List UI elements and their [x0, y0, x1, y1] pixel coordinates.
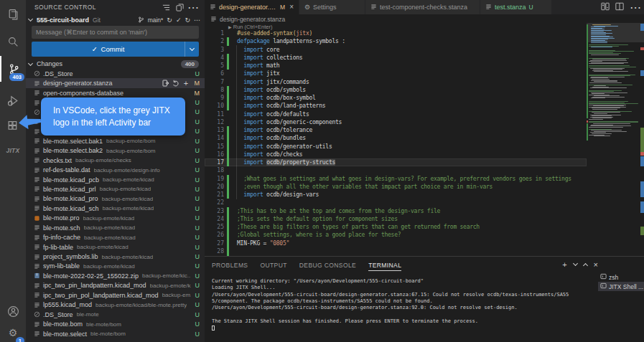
close-panel-icon[interactable]: ×: [594, 260, 598, 269]
stage-changes-icon[interactable]: +: [182, 80, 190, 87]
code-line[interactable]: 9 import ocdb/box-symbol: [205, 94, 587, 102]
terminal-output[interactable]: Current working directory: "/Users/ayon/…: [212, 278, 597, 342]
minimap[interactable]: [587, 14, 644, 256]
maximize-panel-icon[interactable]: [583, 263, 588, 268]
file-row[interactable]: lp555.kicad_modbackup-emote/kicad/ble-mo…: [26, 300, 205, 310]
jitx-logo-icon[interactable]: JITX: [0, 138, 26, 163]
repo-collapse-chevron-icon[interactable]: [28, 16, 33, 22]
file-row[interactable]: ble-mote.bomble-mote/bomU: [26, 319, 205, 328]
discard-changes-icon[interactable]: [172, 80, 180, 87]
code-line[interactable]: 14 import ocdb/bundles: [205, 134, 587, 142]
code-line[interactable]: 16 import ocdb/checks: [205, 151, 587, 158]
code-line[interactable]: 26;Global settings, where is a good plac…: [205, 231, 587, 239]
panel-tab-problems[interactable]: PROBLEMS: [212, 260, 248, 271]
stanza-file-icon: [33, 234, 40, 241]
file-row[interactable]: .DS_Storeble-moteU: [26, 310, 205, 319]
view-as-tree-icon[interactable]: [160, 1, 172, 13]
run-debug-icon[interactable]: [0, 87, 26, 113]
panel-tab-terminal[interactable]: TERMINAL: [368, 260, 401, 271]
file-row[interactable]: ble-mote.kicad_prlbackup-emote/kicadU: [26, 184, 205, 194]
code-line[interactable]: 2defpackage landpatterns-symbols :: [205, 37, 587, 45]
code-line[interactable]: 8 import ocdb/symbols: [205, 86, 587, 94]
code-line[interactable]: 28: [205, 247, 587, 255]
file-row[interactable]: ipc_two_pin_pol_landpattern.kicad_modbac…: [26, 290, 205, 300]
sync-icon[interactable]: ↻: [167, 16, 172, 24]
refresh-icon[interactable]: ↻: [185, 16, 190, 24]
source-control-icon[interactable]: 403: [0, 56, 26, 82]
breadcrumb[interactable]: design-generator.stanza: [210, 14, 285, 24]
file-row[interactable]: fp-lib-tablebackup-emote/kicadU: [26, 242, 205, 252]
branch-name[interactable]: main*: [148, 16, 164, 24]
file-row[interactable]: ble-mote.select.bak1backup-emote/bomU: [26, 136, 205, 146]
commit-button[interactable]: ✓Commit: [32, 42, 199, 57]
file-row[interactable]: ble-mote.selectble-mote/bomU: [26, 329, 205, 338]
file-row[interactable]: checks.txtbackup-emote/checksU: [26, 156, 205, 165]
code-line[interactable]: 3 import core: [205, 46, 587, 54]
code-line[interactable]: 10 import ocdb/land-patterns: [205, 102, 587, 110]
explorer-icon[interactable]: [0, 1, 26, 27]
code-line[interactable]: 18: [205, 166, 587, 174]
file-row[interactable]: project_symbols.libbackup-emote/kicadU: [26, 252, 205, 261]
code-line[interactable]: 27MIN-PKG = "0805": [205, 239, 587, 247]
repositories-icon[interactable]: [174, 1, 185, 13]
file-row[interactable]: ble-mote.select.bak2backup-emote/bomU: [26, 146, 205, 156]
file-row[interactable]: ble-mote.schbackup-emote/kicadU: [26, 223, 205, 232]
code-editor[interactable]: 1#use-added-syntax(jitx)2defpackage land…: [205, 29, 587, 256]
close-tab-icon[interactable]: ×: [289, 4, 294, 10]
file-row[interactable]: sym-lib-tablebackup-emote/kicadU: [26, 262, 205, 271]
editor-tab[interactable]: test-component-checks.stanza: [365, 0, 480, 14]
code-line[interactable]: 20 ;even though all the other variables …: [205, 183, 587, 191]
changes-label[interactable]: Changes: [37, 60, 181, 67]
code-line[interactable]: 6 import jitx: [205, 70, 587, 77]
terminal-list-item[interactable]: JITX Shell ...: [598, 282, 644, 291]
file-row[interactable]: fp-info-cachebackup-emote/kicadU: [26, 232, 205, 242]
file-row[interactable]: .DS_StoreU: [26, 69, 205, 78]
open-file-icon[interactable]: [162, 80, 170, 87]
file-row[interactable]: ble-mote.probackup-emote/kicadU: [26, 214, 205, 223]
code-line[interactable]: 12 import ocdb/generic-components: [205, 118, 587, 126]
code-line[interactable]: 1#use-added-syntax(jitx): [205, 29, 587, 37]
editor-tab[interactable]: test.stanzaU: [480, 0, 552, 14]
editor-tab[interactable]: ⚙Settings: [299, 0, 365, 14]
repo-name[interactable]: 555-circuit-board: [37, 16, 89, 24]
file-row[interactable]: ipc_two_pin_landpattern.kicad_modbackup-…: [26, 281, 205, 290]
editor-tab[interactable]: design-generator.stanzaM×: [205, 0, 299, 14]
code-line[interactable]: 13 import ocdb/tolerance: [205, 126, 587, 134]
code-line[interactable]: 21 import ocdb/design-vars: [205, 191, 587, 199]
code-line[interactable]: 11 import ocdb/defaults: [205, 110, 587, 118]
split-editor-icon[interactable]: [615, 1, 624, 14]
code-line[interactable]: 17 import ocdb/property-structs: [205, 158, 587, 166]
panel-tab-debug-console[interactable]: DEBUG CONSOLE: [299, 260, 356, 271]
file-row[interactable]: ble-mote.kicad_probackup-emote/kicadU: [26, 194, 205, 204]
new-terminal-icon[interactable]: +: [562, 260, 566, 269]
panel-tab-output[interactable]: OUTPUT: [260, 260, 286, 271]
code-line[interactable]: 7 import jitx/commands: [205, 78, 587, 86]
settings-gear-icon[interactable]: ⚙ 1: [0, 320, 26, 342]
code-line[interactable]: 24;This sets the default option for comp…: [205, 215, 587, 223]
open-changes-icon[interactable]: [601, 1, 610, 14]
terminal-dropdown-icon[interactable]: [573, 261, 578, 266]
code-line[interactable]: 19 ;What goes in settings and what goes …: [205, 175, 587, 183]
more-actions-icon[interactable]: ⋯: [187, 1, 199, 13]
code-line[interactable]: 15 import ocdb/generator-utils: [205, 143, 587, 151]
code-line[interactable]: 22: [205, 199, 587, 206]
search-icon[interactable]: [0, 29, 26, 54]
code-line[interactable]: 5 import math: [205, 62, 587, 70]
code-line[interactable]: 25;These are big filters on types of par…: [205, 223, 587, 231]
file-row[interactable]: ref-des-table.datbackup-emote/design-inf…: [26, 165, 205, 174]
file-row[interactable]: ble-mote-2022-02-25_155022.zipbackup-emo…: [26, 271, 205, 280]
changes-collapse-chevron-icon[interactable]: [28, 60, 33, 65]
commit-message-input[interactable]: [32, 26, 199, 39]
code-line[interactable]: 23;This has to be at the top and comes f…: [205, 207, 587, 215]
file-row[interactable]: open-components-databaseM: [26, 88, 205, 98]
repo-more-icon[interactable]: ⋯: [194, 16, 200, 24]
gutter-change-mark: [227, 37, 229, 45]
commit-check-icon[interactable]: ✓: [176, 16, 182, 24]
file-row[interactable]: ble-mote.kicad_schbackup-emote/kicadU: [26, 204, 205, 213]
terminal-list-item[interactable]: zsh: [598, 272, 644, 282]
editor-more-icon[interactable]: ⋯: [630, 1, 641, 14]
file-row[interactable]: ble-mote.kicad_pcbbackup-emote/kicadU: [26, 175, 205, 184]
code-line[interactable]: 4 import collections: [205, 54, 587, 62]
file-row[interactable]: design-generator.stanza+M: [26, 78, 205, 87]
commit-dropdown-button[interactable]: [185, 42, 199, 57]
